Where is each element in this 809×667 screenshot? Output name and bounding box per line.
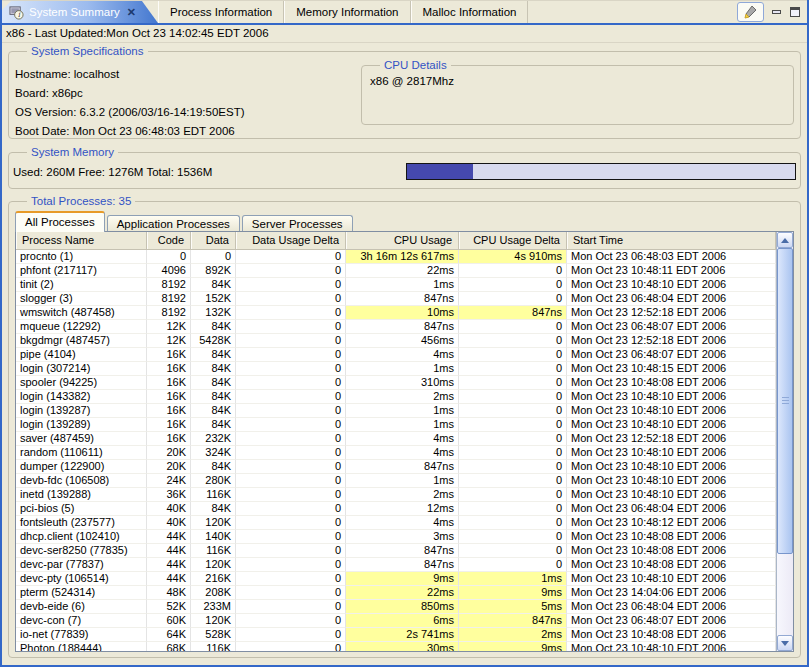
table-cell: 48K <box>147 586 191 600</box>
column-header-data[interactable]: Data <box>191 232 236 249</box>
table-row[interactable]: bkgdmgr (487457)12K5428K0456ms0Mon Oct 2… <box>16 334 776 348</box>
table-cell: io-net (77839) <box>16 628 147 642</box>
view-tab-process-information[interactable]: Process Information <box>158 1 284 23</box>
table-row[interactable]: devc-par (77837)44K120K0847ns0Mon Oct 23… <box>16 558 776 572</box>
table-cell: 0 <box>459 264 567 278</box>
table-cell: Mon Oct 23 10:48:10 EDT 2006 <box>567 474 776 488</box>
minimize-icon[interactable] <box>769 4 783 20</box>
table-cell: 2ms <box>459 628 567 642</box>
memory-usage-fill <box>407 164 473 179</box>
table-cell: 36K <box>147 488 191 502</box>
table-cell: 12K <box>147 320 191 334</box>
table-row[interactable]: devc-pty (106514)44K216K09ms1msMon Oct 2… <box>16 572 776 586</box>
table-cell: Mon Oct 23 06:48:07 EDT 2006 <box>567 614 776 628</box>
table-row[interactable]: procnto (1)0003h 16m 12s 617ms4s 910msMo… <box>16 250 776 264</box>
table-cell: 0 <box>459 516 567 530</box>
table-cell: 2s 741ms <box>346 628 459 642</box>
table-row[interactable]: mqueue (12292)12K84K0847ns0Mon Oct 23 06… <box>16 320 776 334</box>
table-cell: saver (487459) <box>16 432 147 446</box>
table-cell: 847ns <box>346 320 459 334</box>
table-cell: 116K <box>191 488 236 502</box>
table-row[interactable]: pterm (524314)48K208K022ms9msMon Oct 23 … <box>16 586 776 600</box>
column-header-process-name[interactable]: Process Name <box>16 232 147 249</box>
tab-server-processes[interactable]: Server Processes <box>242 215 353 232</box>
system-summary-icon: i <box>9 5 24 20</box>
table-cell: 44K <box>147 530 191 544</box>
table-cell: Mon Oct 23 10:48:10 EDT 2006 <box>567 404 776 418</box>
close-icon[interactable]: ✕ <box>127 6 136 19</box>
table-cell: 4s 910ms <box>459 250 567 264</box>
table-cell: Mon Oct 23 06:48:04 EDT 2006 <box>567 292 776 306</box>
pencil-icon-button[interactable] <box>737 2 764 22</box>
table-cell: 16K <box>147 432 191 446</box>
tab-all-processes[interactable]: All Processes <box>15 211 105 232</box>
table-row[interactable]: Photon (188444)68K116K030ms9msMon Oct 23… <box>16 642 776 651</box>
table-row[interactable]: devc-con (7)60K120K06ms847nsMon Oct 23 0… <box>16 614 776 628</box>
column-header-cpu-usage-delta[interactable]: CPU Usage Delta <box>459 232 567 249</box>
table-row[interactable]: slogger (3)8192152K0847ns0Mon Oct 23 06:… <box>16 292 776 306</box>
table-row[interactable]: fontsleuth (237577)40K120K04ms0Mon Oct 2… <box>16 516 776 530</box>
table-cell: 0 <box>459 334 567 348</box>
system-memory-title: System Memory <box>27 145 118 160</box>
table-cell: 0 <box>236 572 346 586</box>
table-cell: 84K <box>191 320 236 334</box>
table-row[interactable]: login (307214)16K84K01ms0Mon Oct 23 10:4… <box>16 362 776 376</box>
table-cell: 120K <box>191 516 236 530</box>
maximize-icon[interactable] <box>788 4 802 20</box>
vertical-scrollbar[interactable] <box>776 232 793 651</box>
table-row[interactable]: devb-fdc (106508)24K280K01ms0Mon Oct 23 … <box>16 474 776 488</box>
table-cell: 1ms <box>459 572 567 586</box>
table-row[interactable]: inetd (139288)36K116K02ms0Mon Oct 23 10:… <box>16 488 776 502</box>
view-tab-malloc-information[interactable]: Malloc Information <box>411 1 529 23</box>
table-cell: 0 <box>459 320 567 334</box>
system-specifications-title: System Specifications <box>27 44 148 59</box>
table-cell: 216K <box>191 572 236 586</box>
table-row[interactable]: devb-eide (6)52K233M0850ms5msMon Oct 23 … <box>16 600 776 614</box>
scrollbar-track[interactable] <box>777 248 793 635</box>
scrollbar-up-icon[interactable] <box>777 232 793 248</box>
table-cell: 84K <box>191 404 236 418</box>
scrollbar-down-icon[interactable] <box>777 635 793 651</box>
table-row[interactable]: pci-bios (5)40K84K012ms0Mon Oct 23 06:48… <box>16 502 776 516</box>
scrollbar-thumb[interactable] <box>777 248 793 554</box>
table-row[interactable]: pipe (4104)16K84K04ms0Mon Oct 23 06:48:0… <box>16 348 776 362</box>
memory-usage-bar <box>406 163 796 180</box>
column-header-code[interactable]: Code <box>147 232 191 249</box>
view-tab-memory-information[interactable]: Memory Information <box>284 1 410 23</box>
table-cell: 0 <box>459 404 567 418</box>
table-row[interactable]: login (139287)16K84K01ms0Mon Oct 23 10:4… <box>16 404 776 418</box>
table-row[interactable]: dumper (122900)20K84K0847ns0Mon Oct 23 1… <box>16 460 776 474</box>
table-cell: 0 <box>236 488 346 502</box>
table-cell: 10ms <box>346 306 459 320</box>
table-cell: 0 <box>236 642 346 651</box>
table-cell: 44K <box>147 544 191 558</box>
table-row[interactable]: tinit (2)819284K01ms0Mon Oct 23 10:48:10… <box>16 278 776 292</box>
table-row[interactable]: login (143382)16K84K02ms0Mon Oct 23 10:4… <box>16 390 776 404</box>
table-cell: 84K <box>191 460 236 474</box>
column-header-start-time[interactable]: Start Time <box>567 232 776 249</box>
table-cell: 0 <box>459 292 567 306</box>
table-row[interactable]: saver (487459)16K232K04ms0Mon Oct 23 12:… <box>16 432 776 446</box>
table-cell: 1ms <box>346 278 459 292</box>
view-tab-system-summary[interactable]: i System Summary ✕ <box>2 1 158 23</box>
table-row[interactable]: phfont (217117)4096892K022ms0Mon Oct 23 … <box>16 264 776 278</box>
table-row[interactable]: wmswitch (487458)8192132K010ms847nsMon O… <box>16 306 776 320</box>
table-row[interactable]: devc-ser8250 (77835)44K116K0847ns0Mon Oc… <box>16 544 776 558</box>
tab-application-processes[interactable]: Application Processes <box>107 215 240 232</box>
table-cell: 4ms <box>346 516 459 530</box>
table-cell: 1ms <box>346 404 459 418</box>
table-cell: Mon Oct 23 10:48:10 EDT 2006 <box>567 642 776 651</box>
column-header-cpu-usage[interactable]: CPU Usage <box>346 232 459 249</box>
table-row[interactable]: dhcp.client (102410)44K140K03ms0Mon Oct … <box>16 530 776 544</box>
table-cell: 0 <box>459 488 567 502</box>
table-cell: 6ms <box>346 614 459 628</box>
column-header-data-usage-delta[interactable]: Data Usage Delta <box>236 232 346 249</box>
table-cell: 0 <box>236 278 346 292</box>
table-row[interactable]: io-net (77839)64K528K02s 741ms2msMon Oct… <box>16 628 776 642</box>
table-row[interactable]: random (110611)20K324K04ms0Mon Oct 23 10… <box>16 446 776 460</box>
table-row[interactable]: login (139289)16K84K01ms0Mon Oct 23 10:4… <box>16 418 776 432</box>
table-cell: 310ms <box>346 376 459 390</box>
table-cell: 2ms <box>346 488 459 502</box>
table-cell: Photon (188444) <box>16 642 147 651</box>
table-row[interactable]: spooler (94225)16K84K0310ms0Mon Oct 23 1… <box>16 376 776 390</box>
